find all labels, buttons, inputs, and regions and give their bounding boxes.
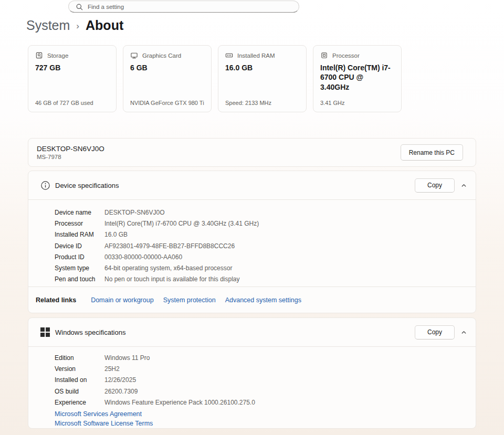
storage-icon [35, 51, 43, 59]
device-specifications-header[interactable]: Device specifications Copy [28, 171, 476, 200]
installed-ram-footer: Speed: 2133 MHz [225, 100, 302, 106]
breadcrumb: System › About [26, 18, 123, 33]
installed-ram-card: Installed RAM 16.0 GB Speed: 2133 MHz [218, 45, 307, 112]
processor-value: Intel(R) Core(TM) i7-6700 CPU @ 3.40GHz [320, 63, 394, 92]
installed-ram-value: 16.0 GB [225, 63, 299, 72]
related-links-label: Related links [36, 296, 76, 304]
storage-card-label: Storage [47, 52, 68, 59]
processor-icon [320, 51, 328, 59]
advanced-system-settings-link[interactable]: Advanced system settings [225, 296, 301, 304]
spec-row-version: Version25H2 [55, 363, 476, 374]
spec-row-device-id: Device IDAF923801-4979-48FE-BB27-BFFD8B8… [55, 240, 476, 251]
windows-specifications-header[interactable]: Windows specifications Copy [28, 318, 476, 347]
microsoft-services-agreement-link[interactable]: Microsoft Services Agreement [55, 410, 476, 419]
copy-windows-specs-button[interactable]: Copy [415, 325, 455, 339]
microsoft-software-license-terms-link[interactable]: Microsoft Software License Terms [55, 419, 476, 429]
summary-cards: Storage 727 GB 46 GB of 727 GB used Grap… [28, 45, 402, 112]
graphics-card-label: Graphics Card [142, 52, 181, 59]
page-title: About [86, 18, 123, 33]
graphics-card-icon [130, 51, 138, 59]
search-input[interactable] [88, 4, 293, 10]
breadcrumb-separator-icon: › [76, 21, 79, 31]
spec-row-experience: ExperienceWindows Feature Experience Pac… [55, 397, 476, 408]
storage-card-footer: 46 GB of 727 GB used [35, 100, 112, 106]
spec-row-system-type: System type64-bit operating system, x64-… [55, 262, 476, 273]
windows-logo-icon [40, 327, 50, 337]
device-spec-rows: Device nameDESKTOP-SN6VJ0O ProcessorInte… [28, 200, 476, 285]
device-specifications-section: Device specifications Copy Device nameDE… [28, 171, 476, 313]
spec-row-edition: EditionWindows 11 Pro [55, 352, 476, 363]
processor-label: Processor [332, 52, 360, 59]
device-specifications-title: Device specifications [55, 182, 415, 189]
ram-icon [225, 51, 233, 59]
storage-card-value: 727 GB [35, 63, 109, 72]
graphics-card-footer: NVIDIA GeForce GTX 980 Ti [130, 100, 207, 106]
settings-about-page: System › About Storage 727 GB 46 GB of 7… [0, 0, 504, 435]
search-bar[interactable] [68, 1, 299, 13]
spec-row-product-id: Product ID00330-80000-00000-AA060 [55, 251, 476, 262]
graphics-card-card: Graphics Card 6 GB NVIDIA GeForce GTX 98… [123, 45, 212, 112]
related-links-row: Related links Domain or workgroup System… [28, 287, 476, 313]
search-icon [76, 3, 83, 10]
breadcrumb-system[interactable]: System [26, 18, 70, 33]
device-name: DESKTOP-SN6VJ0O [37, 145, 104, 153]
spec-row-os-build: OS build26200.7309 [55, 386, 476, 397]
license-links: Microsoft Services Agreement Microsoft S… [55, 410, 476, 428]
storage-card: Storage 727 GB 46 GB of 727 GB used [28, 45, 117, 112]
spec-row-device-name: Device nameDESKTOP-SN6VJ0O [55, 207, 476, 218]
info-icon [40, 181, 50, 190]
spec-row-installed-ram: Installed RAM16.0 GB [55, 229, 476, 240]
windows-specifications-section: Windows specifications Copy EditionWindo… [28, 317, 476, 429]
processor-card: Processor Intel(R) Core(TM) i7-6700 CPU … [313, 45, 402, 112]
system-protection-link[interactable]: System protection [163, 296, 216, 304]
copy-device-specs-button[interactable]: Copy [415, 178, 455, 193]
spec-row-installed-on: Installed on12/26/2025 [55, 375, 476, 386]
windows-specifications-title: Windows specifications [55, 328, 415, 336]
spec-row-pen-and-touch: Pen and touchNo pen or touch input is av… [55, 274, 476, 285]
chevron-up-icon[interactable] [460, 182, 467, 189]
device-name-card: DESKTOP-SN6VJ0O MS-7978 Rename this PC [28, 138, 476, 167]
processor-footer: 3.41 GHz [320, 100, 397, 106]
installed-ram-label: Installed RAM [237, 52, 275, 59]
chevron-up-icon[interactable] [460, 329, 467, 336]
graphics-card-value: 6 GB [130, 63, 204, 72]
domain-or-workgroup-link[interactable]: Domain or workgroup [91, 296, 154, 304]
windows-spec-rows: EditionWindows 11 Pro Version25H2 Instal… [28, 347, 476, 408]
rename-pc-button[interactable]: Rename this PC [401, 144, 463, 161]
device-model: MS-7978 [37, 154, 104, 160]
spec-row-processor: ProcessorIntel(R) Core(TM) i7-6700 CPU @… [55, 218, 476, 229]
